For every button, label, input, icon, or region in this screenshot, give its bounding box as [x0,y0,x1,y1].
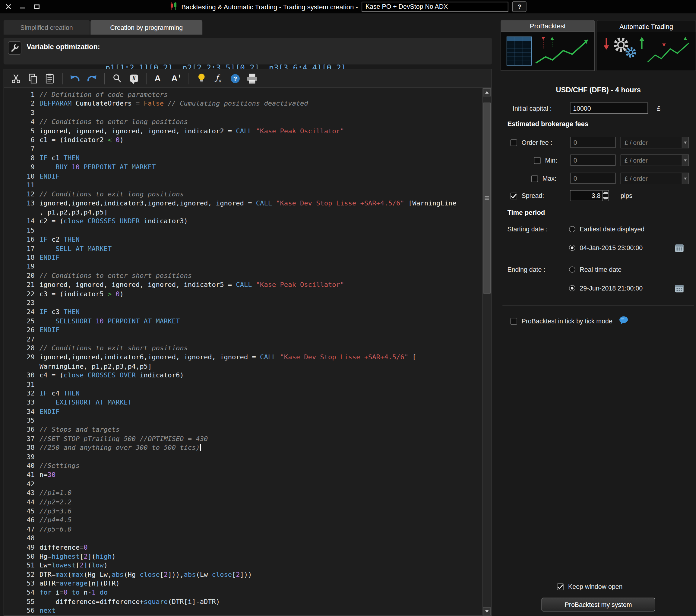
code-line[interactable]: 32IF c4 THEN [4,389,482,398]
code-line[interactable]: 22c3 = (indicator5 > 0) [4,289,482,298]
code-line[interactable]: WarningLine, p1,p2,p3,p4,p5] [4,362,482,371]
end-date-calendar-icon[interactable] [675,282,684,294]
code-line[interactable]: 29ignored,ignored,indicator6,ignored, ig… [4,353,482,362]
code-line[interactable]: 53aDTR=average[n](DTR) [4,579,482,588]
search-button[interactable] [109,71,126,86]
code-line[interactable]: 9 BUY 10 PERPOINT AT MARKET [4,163,482,172]
code-line[interactable]: 23 [4,298,482,307]
code-line[interactable]: 55 difference=difference+square(DTR[i]-a… [4,597,482,606]
code-line[interactable]: 7 [4,144,482,154]
code-line[interactable]: 47//p5=6.0 [4,525,482,534]
help-circle-button[interactable]: ? [227,71,244,86]
code-line[interactable]: 45//p3=3.6 [4,507,482,515]
code-line[interactable]: 5ignored, ignored, ignored, ignored, ind… [4,126,482,136]
code-line[interactable]: 46//p4=4.5 [4,515,482,525]
code-line[interactable]: 43//p1=1.0 [4,488,482,497]
code-line[interactable]: 31 [4,380,482,389]
code-line[interactable]: 10ENDIF [4,172,482,181]
code-line[interactable]: 25 SELLSHORT 10 PERPOINT AT MARKET [4,317,482,325]
tick-by-tick-checkbox[interactable] [510,318,517,324]
code-line[interactable]: 17 SELL AT MARKET [4,244,482,253]
redo-button[interactable] [83,71,100,86]
undo-button[interactable] [67,71,83,86]
code-line[interactable]: 27 [4,335,482,343]
code-line[interactable]: 11 [4,181,482,190]
cut-button[interactable] [7,71,25,86]
probacktest-my-system-button[interactable]: ProBacktest my system [542,598,655,612]
comment-button[interactable]: // [126,71,143,86]
code-line[interactable]: 12// Conditions to exit long positions [4,190,482,199]
wrench-icon[interactable] [8,41,21,55]
code-line[interactable]: 39 [4,452,482,461]
minimize-window-icon[interactable] [19,3,27,11]
code-line[interactable]: 49difference=0 [4,543,482,552]
tab-probacktest[interactable]: ProBacktest [501,20,595,71]
code-line[interactable]: 21ignored, ignored, ignored, ignored, in… [4,280,482,289]
code-line[interactable]: 41n=30 [4,470,482,479]
order-fee-input[interactable] [570,137,616,148]
code-line[interactable]: 4// Conditions to enter long positions [4,117,482,126]
realtime-date-radio[interactable] [569,266,575,273]
code-lines[interactable]: 1// Definition of code parameters2DEFPAR… [4,88,482,615]
code-line[interactable]: 51Lw=lowest[2](low) [4,561,482,570]
scroll-down-icon[interactable] [483,607,491,615]
code-line[interactable]: 40//Settings [4,461,482,470]
max-fee-input[interactable] [570,173,616,184]
code-line[interactable]: 52DTR=max(max(Hg-Lw,abs(Hg-close[2])),ab… [4,570,482,579]
code-line[interactable]: 6c1 = (indicator2 < 0) [4,136,482,144]
code-line[interactable]: 56next [4,606,482,615]
keep-window-open-checkbox[interactable] [557,583,564,590]
code-line[interactable]: 20// Conditions to enter short positions [4,271,482,280]
code-line[interactable]: 15 [4,226,482,235]
code-line[interactable]: 33 EXITSHORT AT MARKET [4,398,482,407]
code-line[interactable]: 16IF c2 THEN [4,235,482,244]
code-line[interactable]: 50Hg=highest[2](high) [4,552,482,561]
end-date-radio[interactable] [569,285,575,291]
help-icon[interactable]: ? [512,1,526,12]
code-line[interactable]: , p1,p2,p3,p4,p5] [4,208,482,217]
tab-automatic-trading[interactable]: Automatic Trading [597,20,696,71]
decrease-font-button[interactable]: A− [151,71,168,86]
editor-scrollbar[interactable] [482,88,491,615]
code-line[interactable]: 48 [4,534,482,543]
code-line[interactable]: 26ENDIF [4,325,482,335]
max-fee-unit-dropdown[interactable]: £ / order [621,173,689,184]
code-line[interactable]: 34ENDIF [4,407,482,416]
copy-button[interactable] [25,71,41,86]
code-line[interactable]: 44//p2=2.2 [4,497,482,507]
start-date-calendar-icon[interactable] [675,242,684,253]
code-line[interactable]: 8IF c1 THEN [4,154,482,163]
min-fee-checkbox[interactable] [534,157,541,164]
code-line[interactable]: 54for i=0 to n-1 do [4,588,482,597]
increase-font-button[interactable]: A+ [168,71,185,86]
code-line[interactable]: 1// Definition of code parameters [4,90,482,99]
paste-button[interactable] [41,71,58,86]
tab-simplified-creation[interactable]: Simplified creation [4,20,90,35]
min-fee-input[interactable] [570,154,616,166]
code-line[interactable]: 30c4 = (close CROSSES OVER indicator6) [4,371,482,380]
code-line[interactable]: 24IF c3 THEN [4,307,482,317]
code-line[interactable]: 14c2 = (close CROSSES UNDER indicator3) [4,217,482,226]
system-name-input[interactable] [362,1,508,12]
order-fee-unit-dropdown[interactable]: £ / order [621,137,689,148]
code-line[interactable]: 38//250 and anything over 300 to 500 tic… [4,443,482,452]
stepper-down-icon[interactable] [603,196,608,201]
code-line[interactable]: 35 [4,416,482,425]
start-date-radio[interactable] [569,245,575,251]
code-line[interactable]: 2DEFPARAM CumulateOrders = False // Cumu… [4,99,482,108]
max-fee-checkbox[interactable] [531,175,538,182]
code-line[interactable]: 18ENDIF [4,253,482,262]
code-line[interactable]: 36// Stops and targets [4,425,482,434]
code-line[interactable]: 3 [4,108,482,117]
code-line[interactable]: 37//SET STOP pTrailing 500 //OPTIMISED =… [4,434,482,443]
earliest-date-radio[interactable] [569,226,575,232]
code-line[interactable]: 13ignored,ignored,indicator3,ignored,ign… [4,199,482,208]
min-fee-unit-dropdown[interactable]: £ / order [621,154,689,166]
order-fee-checkbox[interactable] [510,139,517,146]
variable-optimization-bar[interactable]: Variable optimization: p1[1;2.1][0.2], p… [4,38,492,64]
code-line[interactable]: 42 [4,479,482,488]
spread-stepper[interactable] [602,190,608,201]
insert-function-button[interactable]: ƒx [210,71,227,86]
stepper-up-icon[interactable] [603,190,608,196]
maximize-window-icon[interactable] [33,3,41,11]
